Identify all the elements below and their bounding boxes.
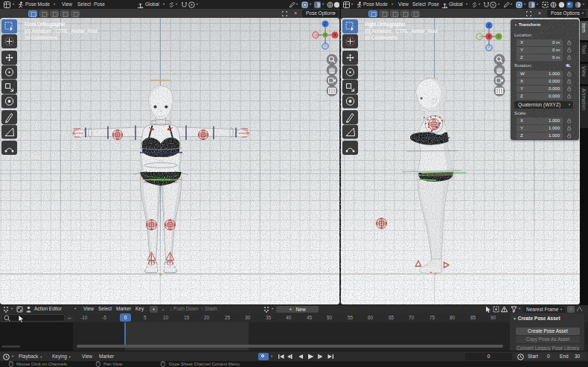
svg-text:X: X xyxy=(333,33,336,37)
svg-text:Y: Y xyxy=(497,34,500,39)
svg-text:X: X xyxy=(488,34,490,39)
